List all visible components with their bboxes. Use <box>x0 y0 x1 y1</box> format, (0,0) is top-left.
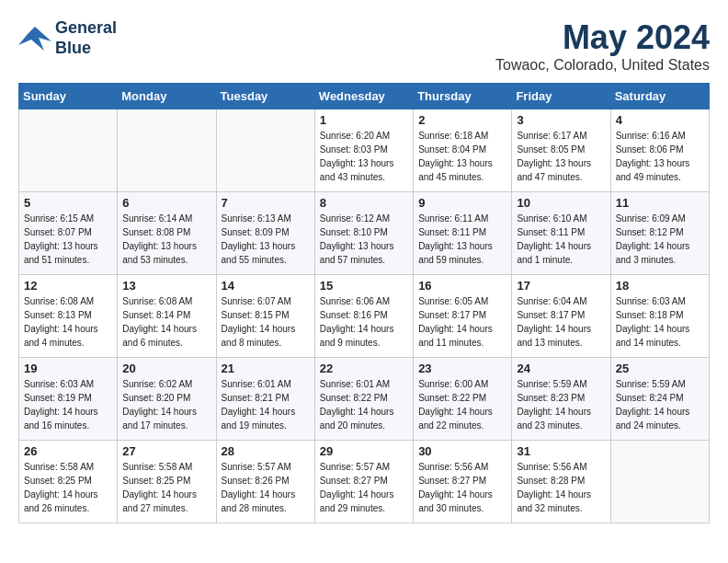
day-info: Sunrise: 6:06 AMSunset: 8:16 PMDaylight:… <box>320 294 408 350</box>
day-number: 28 <box>222 444 310 458</box>
day-info: Sunrise: 6:02 AMSunset: 8:20 PMDaylight:… <box>122 377 210 432</box>
calendar-cell: 2Sunrise: 6:18 AMSunset: 8:04 PMDaylight… <box>414 109 512 192</box>
day-number: 20 <box>122 362 210 375</box>
calendar-header-row: Sunday Monday Tuesday Wednesday Thursday… <box>19 84 710 109</box>
day-number: 13 <box>122 279 210 293</box>
day-number: 27 <box>122 444 210 458</box>
calendar-cell: 6Sunrise: 6:14 AMSunset: 8:08 PMDaylight… <box>118 192 216 275</box>
day-info: Sunrise: 6:11 AMSunset: 8:11 PMDaylight:… <box>418 212 506 267</box>
day-info: Sunrise: 5:56 AMSunset: 8:28 PMDaylight:… <box>517 460 605 515</box>
day-info: Sunrise: 5:57 AMSunset: 8:27 PMDaylight:… <box>320 460 408 515</box>
calendar-cell: 8Sunrise: 6:12 AMSunset: 8:10 PMDaylight… <box>314 192 413 275</box>
header-saturday: Saturday <box>610 84 709 109</box>
calendar-week-3: 12Sunrise: 6:08 AMSunset: 8:13 PMDayligh… <box>19 275 710 358</box>
day-info: Sunrise: 6:03 AMSunset: 8:19 PMDaylight:… <box>24 377 112 432</box>
day-number: 3 <box>517 113 605 127</box>
day-number: 29 <box>320 444 408 458</box>
calendar-cell: 14Sunrise: 6:07 AMSunset: 8:15 PMDayligh… <box>216 275 314 358</box>
day-number: 8 <box>320 196 408 210</box>
day-info: Sunrise: 6:04 AMSunset: 8:17 PMDaylight:… <box>517 294 605 350</box>
day-number: 11 <box>616 196 704 210</box>
calendar-cell: 16Sunrise: 6:05 AMSunset: 8:17 PMDayligh… <box>414 275 512 358</box>
calendar-cell: 13Sunrise: 6:08 AMSunset: 8:14 PMDayligh… <box>118 275 216 358</box>
day-number: 30 <box>418 444 506 458</box>
calendar-cell: 5Sunrise: 6:15 AMSunset: 8:07 PMDaylight… <box>19 192 118 275</box>
day-number: 10 <box>517 196 605 210</box>
day-info: Sunrise: 6:17 AMSunset: 8:05 PMDaylight:… <box>517 129 605 184</box>
calendar-cell: 3Sunrise: 6:17 AMSunset: 8:05 PMDaylight… <box>512 109 610 192</box>
title-section: May 2024 Towaoc, Colorado, United States <box>495 18 710 74</box>
calendar-title: May 2024 <box>495 18 710 57</box>
day-info: Sunrise: 6:14 AMSunset: 8:08 PMDaylight:… <box>122 212 210 267</box>
header-monday: Monday <box>118 84 216 109</box>
day-info: Sunrise: 6:13 AMSunset: 8:09 PMDaylight:… <box>222 212 310 267</box>
day-number: 21 <box>222 362 310 375</box>
calendar-cell: 17Sunrise: 6:04 AMSunset: 8:17 PMDayligh… <box>512 275 610 358</box>
calendar-table: Sunday Monday Tuesday Wednesday Thursday… <box>18 83 710 523</box>
day-info: Sunrise: 6:08 AMSunset: 8:14 PMDaylight:… <box>122 294 210 350</box>
day-number: 1 <box>320 113 408 127</box>
day-number: 26 <box>24 444 112 458</box>
day-info: Sunrise: 6:09 AMSunset: 8:12 PMDaylight:… <box>616 212 704 267</box>
day-number: 16 <box>418 279 506 293</box>
calendar-header: General Blue May 2024 Towaoc, Colorado, … <box>18 18 710 74</box>
calendar-cell: 31Sunrise: 5:56 AMSunset: 8:28 PMDayligh… <box>512 441 610 523</box>
day-number: 17 <box>517 279 605 293</box>
day-number: 2 <box>418 113 506 127</box>
day-number: 31 <box>517 444 605 458</box>
calendar-week-4: 19Sunrise: 6:03 AMSunset: 8:19 PMDayligh… <box>19 358 710 441</box>
calendar-cell: 18Sunrise: 6:03 AMSunset: 8:18 PMDayligh… <box>610 275 709 358</box>
calendar-cell: 27Sunrise: 5:58 AMSunset: 8:25 PMDayligh… <box>118 441 216 523</box>
day-number: 19 <box>24 362 112 375</box>
logo-icon <box>18 25 51 52</box>
calendar-cell: 7Sunrise: 6:13 AMSunset: 8:09 PMDaylight… <box>216 192 314 275</box>
calendar-cell <box>610 441 709 523</box>
day-number: 12 <box>24 279 112 293</box>
calendar-cell: 4Sunrise: 6:16 AMSunset: 8:06 PMDaylight… <box>610 109 709 192</box>
header-friday: Friday <box>512 84 610 109</box>
day-info: Sunrise: 5:57 AMSunset: 8:26 PMDaylight:… <box>222 460 310 515</box>
day-info: Sunrise: 6:12 AMSunset: 8:10 PMDaylight:… <box>320 212 408 267</box>
calendar-cell <box>216 109 314 192</box>
day-number: 24 <box>517 362 605 375</box>
header-tuesday: Tuesday <box>216 84 314 109</box>
day-info: Sunrise: 6:07 AMSunset: 8:15 PMDaylight:… <box>222 294 310 350</box>
day-number: 4 <box>616 113 704 127</box>
day-info: Sunrise: 6:18 AMSunset: 8:04 PMDaylight:… <box>418 129 506 184</box>
day-number: 6 <box>122 196 210 210</box>
calendar-cell: 20Sunrise: 6:02 AMSunset: 8:20 PMDayligh… <box>118 358 216 441</box>
calendar-week-1: 1Sunrise: 6:20 AMSunset: 8:03 PMDaylight… <box>19 109 710 192</box>
calendar-week-5: 26Sunrise: 5:58 AMSunset: 8:25 PMDayligh… <box>19 441 710 523</box>
day-info: Sunrise: 6:03 AMSunset: 8:18 PMDaylight:… <box>616 294 704 350</box>
calendar-cell: 12Sunrise: 6:08 AMSunset: 8:13 PMDayligh… <box>19 275 118 358</box>
calendar-cell: 25Sunrise: 5:59 AMSunset: 8:24 PMDayligh… <box>610 358 709 441</box>
calendar-cell: 29Sunrise: 5:57 AMSunset: 8:27 PMDayligh… <box>314 441 413 523</box>
calendar-cell: 22Sunrise: 6:01 AMSunset: 8:22 PMDayligh… <box>314 358 413 441</box>
calendar-cell: 21Sunrise: 6:01 AMSunset: 8:21 PMDayligh… <box>216 358 314 441</box>
day-info: Sunrise: 5:58 AMSunset: 8:25 PMDaylight:… <box>24 460 112 515</box>
day-info: Sunrise: 6:20 AMSunset: 8:03 PMDaylight:… <box>320 129 408 184</box>
day-info: Sunrise: 5:59 AMSunset: 8:23 PMDaylight:… <box>517 377 605 432</box>
calendar-cell: 10Sunrise: 6:10 AMSunset: 8:11 PMDayligh… <box>512 192 610 275</box>
day-number: 5 <box>24 196 112 210</box>
day-info: Sunrise: 6:01 AMSunset: 8:21 PMDaylight:… <box>222 377 310 432</box>
day-info: Sunrise: 6:01 AMSunset: 8:22 PMDaylight:… <box>320 377 408 432</box>
header-sunday: Sunday <box>19 84 118 109</box>
day-number: 18 <box>616 279 704 293</box>
logo-text: General Blue <box>55 18 117 58</box>
day-info: Sunrise: 6:16 AMSunset: 8:06 PMDaylight:… <box>616 129 704 184</box>
calendar-cell: 15Sunrise: 6:06 AMSunset: 8:16 PMDayligh… <box>314 275 413 358</box>
day-info: Sunrise: 5:56 AMSunset: 8:27 PMDaylight:… <box>418 460 506 515</box>
calendar-cell <box>118 109 216 192</box>
day-info: Sunrise: 6:10 AMSunset: 8:11 PMDaylight:… <box>517 212 605 267</box>
day-info: Sunrise: 5:59 AMSunset: 8:24 PMDaylight:… <box>616 377 704 432</box>
calendar-cell: 1Sunrise: 6:20 AMSunset: 8:03 PMDaylight… <box>314 109 413 192</box>
logo: General Blue <box>18 18 117 58</box>
calendar-cell: 19Sunrise: 6:03 AMSunset: 8:19 PMDayligh… <box>19 358 118 441</box>
day-number: 7 <box>222 196 310 210</box>
day-info: Sunrise: 6:15 AMSunset: 8:07 PMDaylight:… <box>24 212 112 267</box>
day-info: Sunrise: 5:58 AMSunset: 8:25 PMDaylight:… <box>122 460 210 515</box>
day-info: Sunrise: 6:08 AMSunset: 8:13 PMDaylight:… <box>24 294 112 350</box>
day-number: 9 <box>418 196 506 210</box>
calendar-week-2: 5Sunrise: 6:15 AMSunset: 8:07 PMDaylight… <box>19 192 710 275</box>
